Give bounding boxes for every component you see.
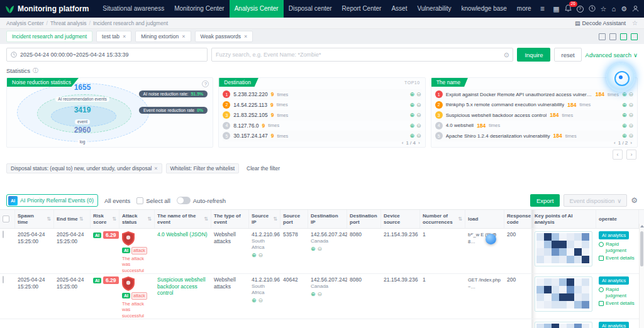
add-filter-icon[interactable]: ⊕ xyxy=(410,123,415,129)
list-item[interactable]: 3 Suspicious webshell backdoor access co… xyxy=(435,110,633,121)
sort-icon[interactable]: ⇅ xyxy=(273,216,277,222)
add-filter-icon[interactable]: ⊕ xyxy=(622,133,627,139)
list-item[interactable]: 4 8.127.76.0 9 times ⊕⊖ xyxy=(223,121,421,131)
ai-analysis-heatmap[interactable] xyxy=(535,322,592,328)
tab-test-tab[interactable]: test tab × xyxy=(96,31,131,42)
list-item[interactable]: 5 30.157.24.147 9 times ⊕⊖ xyxy=(223,131,421,141)
list-item[interactable]: 2 thinkphp 5.x remote command execution … xyxy=(435,100,633,111)
date-range-field[interactable] xyxy=(6,48,208,62)
event-name-link[interactable]: Suspicious webshell backdoor access cont… xyxy=(157,276,206,296)
history-clock-icon[interactable] xyxy=(589,5,596,13)
destination-ip[interactable]: 142.56.207.242 xyxy=(311,276,345,283)
breadcrumb-item-threat-analysis[interactable]: Threat analysis xyxy=(50,20,87,26)
exclude-filter-icon[interactable]: ⊖ xyxy=(628,112,633,118)
select-all-control[interactable]: Select all xyxy=(136,197,170,204)
layout-view-icon-2[interactable] xyxy=(609,33,616,40)
clear-filter-button[interactable]: Clear the filter xyxy=(243,164,284,173)
col-destination-port[interactable]: Destination port xyxy=(347,210,381,228)
date-range-input[interactable] xyxy=(20,52,203,58)
ai-analytics-button[interactable]: AI analytics xyxy=(599,231,629,239)
nav-item-disposal-center[interactable]: Disposal center xyxy=(284,0,337,18)
exclude-filter-icon[interactable]: ⊖ xyxy=(258,252,264,259)
exclude-filter-icon[interactable]: ⊖ xyxy=(258,297,264,304)
layout-view-icon-4[interactable] xyxy=(631,33,638,40)
col-attack-status[interactable]: Attack status⇅ xyxy=(119,210,155,228)
favorites-star-icon[interactable]: ☆ xyxy=(601,6,607,13)
hamburger-menu-icon[interactable]: ≡ xyxy=(536,0,548,18)
col-event-name[interactable]: The name of the event⇅ xyxy=(155,210,211,228)
nav-item-report-center[interactable]: Report Center xyxy=(337,0,387,18)
carousel-prev-button[interactable]: ‹ xyxy=(613,150,623,160)
layout-view-icon-3[interactable] xyxy=(620,33,627,40)
carousel-next-button[interactable]: › xyxy=(626,150,636,160)
close-tab-icon[interactable]: × xyxy=(244,33,247,40)
exclude-filter-icon[interactable]: ⊖ xyxy=(416,123,421,129)
advanced-search-link[interactable]: Advanced search ∨ xyxy=(586,52,638,58)
exclude-filter-icon[interactable]: ⊖ xyxy=(416,91,421,97)
layout-view-icon-1[interactable] xyxy=(599,33,606,40)
exclude-filter-icon[interactable]: ⊖ xyxy=(318,246,323,253)
sort-icon[interactable]: ⇅ xyxy=(147,216,152,222)
table-settings-gear-icon[interactable]: ⚙ xyxy=(631,196,638,205)
search-target-icon[interactable]: ⊙ xyxy=(504,52,509,58)
sort-icon[interactable]: ⇅ xyxy=(458,216,462,222)
nav-item-situational-awareness[interactable]: Situational awareness xyxy=(97,0,169,18)
row-checkbox[interactable] xyxy=(3,276,4,283)
add-filter-icon[interactable]: ⊕ xyxy=(252,252,257,259)
close-tab-icon[interactable]: × xyxy=(123,33,126,40)
col-response-code[interactable]: Response code xyxy=(504,210,531,228)
close-tab-icon[interactable]: × xyxy=(182,33,185,40)
fuzzy-search-field[interactable]: ⊙ xyxy=(211,48,513,62)
select-all-checkbox[interactable] xyxy=(136,197,143,204)
tab-mining-extortion[interactable]: Mining extortion × xyxy=(135,31,191,42)
remove-filter-icon[interactable]: × xyxy=(154,165,157,172)
exclude-filter-icon[interactable]: ⊖ xyxy=(416,133,421,139)
list-item[interactable]: 3 21.83.252.105 9 times ⊕⊖ xyxy=(223,110,421,121)
list-item[interactable]: 2 14.54.225.113 9 times ⊕⊖ xyxy=(223,100,421,111)
scrollbar-thumb[interactable] xyxy=(640,231,643,266)
home-icon[interactable]: ⌂ xyxy=(611,6,616,13)
exclude-filter-icon[interactable]: ⊖ xyxy=(628,133,633,139)
col-occurrences[interactable]: Number of occurrences⇅ xyxy=(420,210,465,228)
source-ip[interactable]: 41.2.210.96 xyxy=(252,276,278,283)
nav-item-asset[interactable]: Asset xyxy=(386,0,412,18)
header-select-all-checkbox[interactable] xyxy=(3,216,9,222)
scroll-up-arrow-icon[interactable] xyxy=(640,225,644,227)
exclude-filter-icon[interactable]: ⊖ xyxy=(628,91,633,97)
ai-analysis-heatmap[interactable] xyxy=(535,231,592,266)
reset-button[interactable]: reset xyxy=(554,48,581,62)
settings-gear-icon[interactable]: ⚙ xyxy=(621,6,627,13)
filter-tag-disposal-status[interactable]: Disposal status: (equal to) new, under s… xyxy=(6,163,162,173)
pager-prev-icon[interactable]: ‹ xyxy=(614,140,616,146)
rapid-judgment-link[interactable]: Rapid judgment xyxy=(599,241,636,253)
col-end-time[interactable]: End time⇅ xyxy=(54,210,91,228)
col-device-source[interactable]: Device source xyxy=(381,210,420,228)
exclude-filter-icon[interactable]: ⊖ xyxy=(628,102,633,108)
ai-priority-referral-button[interactable]: AI AI Priority Referral Events (0) xyxy=(6,194,98,207)
sort-icon[interactable]: ⇅ xyxy=(204,216,208,222)
exclude-filter-icon[interactable]: ⊖ xyxy=(416,112,421,118)
add-filter-icon[interactable]: ⊕ xyxy=(252,297,257,304)
sort-icon[interactable]: ⇅ xyxy=(79,216,84,222)
export-button[interactable]: Export xyxy=(530,194,560,207)
col-source-ip[interactable]: Source IP⇅ xyxy=(249,210,280,228)
ai-analysis-heatmap[interactable] xyxy=(535,276,592,312)
add-filter-icon[interactable]: ⊕ xyxy=(410,91,415,97)
add-filter-icon[interactable]: ⊕ xyxy=(622,102,627,108)
decode-assistant-button[interactable]: ▤ Decode Assistant xyxy=(575,20,626,26)
apps-grid-icon[interactable]: ▦ xyxy=(553,6,559,13)
exclude-filter-icon[interactable]: ⊖ xyxy=(628,123,633,129)
ai-analytics-button[interactable]: AI analytics xyxy=(599,276,629,285)
exclude-filter-icon[interactable]: ⊖ xyxy=(318,291,323,298)
ai-analytics-button[interactable]: AI analytics xyxy=(599,322,629,328)
auto-refresh-toggle[interactable] xyxy=(177,197,191,204)
pager-next-icon[interactable]: › xyxy=(630,140,632,146)
list-item[interactable]: 1 5.238.232.220 9 times ⊕⊖ xyxy=(223,89,421,100)
sort-icon[interactable]: ⇅ xyxy=(112,216,116,222)
col-load[interactable]: load xyxy=(465,210,504,228)
col-destination-ip[interactable]: Destination IP xyxy=(308,210,347,228)
filter-tag-whitelist[interactable]: Whitelist: Filter the whitelist xyxy=(166,163,240,173)
event-disposition-button[interactable]: Event disposition ∨ xyxy=(564,194,627,207)
nav-item-more[interactable]: more xyxy=(512,0,536,18)
add-filter-icon[interactable]: ⊕ xyxy=(622,123,627,129)
